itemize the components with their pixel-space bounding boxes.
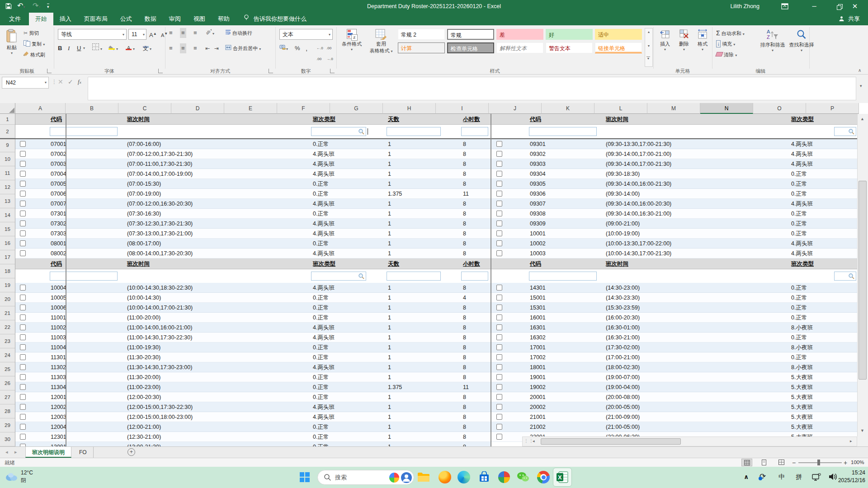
row-checkbox[interactable]: [496, 305, 502, 310]
cell[interactable]: 8: [463, 283, 466, 293]
cell[interactable]: 0.正常: [313, 179, 329, 189]
row-checkbox[interactable]: [20, 285, 26, 291]
column-header-K[interactable]: K: [542, 103, 594, 114]
cell[interactable]: (21:00-09:00): [606, 412, 640, 422]
row-number-15[interactable]: 15: [0, 222, 15, 236]
cell[interactable]: 0.正常: [313, 293, 329, 303]
cell[interactable]: 10005: [51, 293, 66, 303]
cell[interactable]: (07:00-16:00): [127, 139, 161, 149]
cell[interactable]: (09:30-14:00): [606, 189, 640, 199]
cell[interactable]: 08002: [51, 249, 66, 258]
cell[interactable]: 1: [388, 239, 391, 249]
row-checkbox[interactable]: [496, 151, 502, 157]
cell[interactable]: 4.两头班: [791, 249, 813, 258]
autosum-button[interactable]: Σ 自动求和 ▾: [716, 28, 745, 38]
cell[interactable]: 4.两头班: [313, 362, 335, 372]
filter-input-days[interactable]: [387, 127, 441, 136]
cell[interactable]: (20:00-05:00): [606, 402, 640, 412]
cell[interactable]: 10003: [530, 249, 546, 258]
cell[interactable]: 8: [463, 179, 466, 189]
cell[interactable]: 8: [463, 313, 466, 323]
column-header-O[interactable]: O: [753, 103, 806, 114]
cell[interactable]: 0.正常: [791, 189, 807, 199]
cell[interactable]: 0.正常: [313, 422, 329, 432]
row-checkbox[interactable]: [496, 354, 502, 360]
decrease-font-button[interactable]: A▼: [161, 29, 168, 39]
column-header-E[interactable]: E: [224, 103, 277, 114]
clipboard-dialog-launcher[interactable]: [47, 69, 52, 73]
cell[interactable]: 0.正常: [791, 179, 807, 189]
cell[interactable]: 20001: [530, 392, 546, 402]
cell[interactable]: 0.正常: [313, 139, 329, 149]
row-number-2[interactable]: 2: [0, 125, 15, 138]
cell[interactable]: (09:30-14:00,17:00-21:30): [606, 159, 671, 169]
taskbar-app-chrome[interactable]: [535, 469, 552, 485]
cell[interactable]: 4.两头班: [791, 239, 813, 249]
tell-me-box[interactable]: 告诉我你想要做什么: [237, 13, 313, 25]
cell[interactable]: 4.两头班: [791, 149, 813, 159]
taskbar-app-edge[interactable]: [456, 469, 472, 485]
clock-date[interactable]: 2025/12/16: [832, 477, 865, 483]
row-checkbox[interactable]: [20, 221, 26, 226]
cell[interactable]: (07:00-12:00,17:30-21:30): [127, 149, 193, 159]
cell[interactable]: 8.小夜班: [791, 362, 813, 372]
cell[interactable]: 8: [463, 249, 466, 258]
cell[interactable]: (19:00-07:00): [606, 372, 640, 382]
cell[interactable]: (12:00-15:00,18:00-23:00): [127, 412, 193, 422]
cell[interactable]: (11:00-14:00,16:00-21:00): [127, 323, 192, 333]
row-checkbox[interactable]: [20, 334, 26, 340]
number-dialog-launcher[interactable]: [330, 69, 335, 73]
row-checkbox[interactable]: [496, 240, 502, 246]
cell[interactable]: 8: [463, 432, 466, 442]
cell[interactable]: 18001: [530, 362, 546, 372]
cell[interactable]: 0.正常: [791, 283, 807, 293]
cut-button[interactable]: ✂ 剪切: [24, 28, 39, 38]
orientation-button[interactable]: ab▾: [206, 28, 214, 38]
row-checkbox[interactable]: [496, 181, 502, 187]
filter-input-code-right[interactable]: [529, 127, 597, 136]
cell[interactable]: 12004: [51, 422, 66, 432]
find-select-button[interactable]: 查找和选择▾: [788, 27, 815, 52]
cancel-entry-icon[interactable]: ✕: [58, 78, 63, 85]
weather-icon[interactable]: [5, 470, 18, 484]
cell[interactable]: 1: [388, 199, 391, 209]
cell[interactable]: 11301: [51, 352, 66, 362]
cell[interactable]: 10002: [530, 239, 546, 249]
row-checkbox[interactable]: [20, 354, 26, 360]
row-number-28[interactable]: 28: [0, 404, 15, 418]
cell[interactable]: (07:00-12:00,16:30-20:30): [127, 199, 193, 209]
cell[interactable]: (07:00-11:00,17:30-21:30): [127, 159, 192, 169]
cell[interactable]: 5.大夜班: [791, 372, 813, 382]
cell[interactable]: 1: [388, 209, 391, 219]
cell[interactable]: 0.正常: [313, 313, 329, 323]
search-highlight-icon[interactable]: [389, 473, 399, 483]
zoom-slider-thumb[interactable]: [817, 460, 820, 465]
cell[interactable]: (10:00-14:30): [127, 293, 161, 303]
cell[interactable]: (09:30-14:00,16:00-20:30): [606, 199, 671, 209]
horizontal-scroll-thumb[interactable]: [541, 438, 681, 445]
row-checkbox[interactable]: [496, 364, 502, 370]
filter-input-type[interactable]: [311, 127, 366, 136]
cell[interactable]: 5.大夜班: [791, 382, 813, 392]
weather-condition[interactable]: 阴: [21, 477, 26, 484]
cell[interactable]: 8: [463, 159, 466, 169]
sheet-tab-FO[interactable]: FO: [73, 447, 94, 458]
restore-button[interactable]: [837, 4, 843, 12]
signed-in-user[interactable]: Lilith Zhong: [730, 0, 760, 13]
row-checkbox[interactable]: [496, 344, 502, 350]
row-checkbox[interactable]: [20, 424, 26, 430]
cell[interactable]: 09306: [530, 189, 546, 199]
column-header-B[interactable]: B: [66, 103, 118, 114]
formula-input[interactable]: [88, 77, 856, 100]
row-checkbox[interactable]: [496, 384, 502, 390]
cell[interactable]: 5.大夜班: [791, 392, 813, 402]
cell[interactable]: 12301: [51, 432, 66, 442]
format-cells-button[interactable]: 格式▾: [694, 27, 711, 52]
close-button[interactable]: ✕: [847, 0, 863, 13]
comma-style-button[interactable]: ,: [306, 43, 307, 53]
row-number-16[interactable]: 16: [0, 236, 15, 250]
taskbar-app-excel[interactable]: X: [554, 469, 571, 485]
row-checkbox[interactable]: [20, 171, 26, 177]
cell[interactable]: 16301: [530, 323, 546, 333]
row-number-14[interactable]: 14: [0, 208, 15, 222]
